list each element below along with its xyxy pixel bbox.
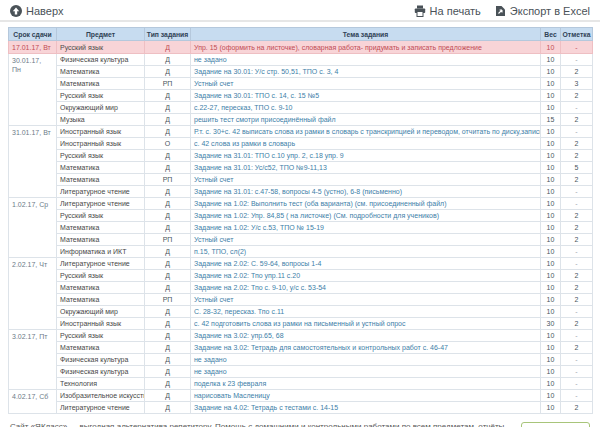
weight-cell: 10 xyxy=(541,390,561,402)
mark-cell: - xyxy=(561,41,593,54)
subject-cell: Русский язык xyxy=(57,210,145,222)
weight-cell: 10 xyxy=(541,366,561,378)
task-topic-link[interactable]: не задано xyxy=(191,366,541,378)
table-row: Физическая культураДне задано10- xyxy=(9,366,593,378)
table-row: МатематикаДЗадание на 2.02: Тпо с. 9-10,… xyxy=(9,282,593,294)
task-topic-link[interactable]: Задание на 31.01: Ус/с52, ТПО №9-11,13 xyxy=(191,162,541,174)
subject-cell: Русский язык xyxy=(57,270,145,282)
task-type-cell: Д xyxy=(145,222,191,234)
task-type-cell: РП xyxy=(145,174,191,186)
task-type-cell: О xyxy=(145,138,191,150)
weight-cell: 10 xyxy=(541,294,561,306)
task-type-cell: Д xyxy=(145,162,191,174)
subject-cell: Физическая культура xyxy=(57,54,145,66)
task-topic-link[interactable]: нарисовать Масленицу xyxy=(191,390,541,402)
task-type-cell: Д xyxy=(145,402,191,414)
weight-cell: 10 xyxy=(541,162,561,174)
col-header-task-type: Тип задания xyxy=(145,28,191,41)
mark-cell: 5 xyxy=(561,162,593,174)
task-topic-link[interactable]: Задание на 31.01: ТПО с.10 упр. 2, с.18 … xyxy=(191,150,541,162)
task-topic-link[interactable]: не задано xyxy=(191,54,541,66)
mark-cell: 2 xyxy=(561,150,593,162)
task-topic-link[interactable]: Задание на 1.02: Упр. 84,85 ( на листочк… xyxy=(191,210,541,222)
mark-cell: 2 xyxy=(561,66,593,78)
table-row: МатематикаРПУстный счет102 xyxy=(9,294,593,306)
subject-cell: Математика xyxy=(57,294,145,306)
task-topic-link[interactable]: поделка к 23 февраля xyxy=(191,378,541,390)
subject-cell: Литературное чтение xyxy=(57,402,145,414)
table-row: 3.02.17, ПтРусский языкДЗадание на 3.02:… xyxy=(9,330,593,342)
task-type-cell: Д xyxy=(145,390,191,402)
subject-cell: Иностранный язык xyxy=(57,318,145,330)
table-row: 17.01.17, ВтРусский языкДУпр. 15 (оформи… xyxy=(9,41,593,54)
subject-cell: Русский язык xyxy=(57,330,145,342)
weight-cell: 10 xyxy=(541,342,561,354)
task-topic-link[interactable]: Задание на 2.02: С. 59-64, вопросы 1-4 xyxy=(191,258,541,270)
mark-cell: 2 xyxy=(561,282,593,294)
mark-cell: - xyxy=(561,54,593,66)
mark-cell: - xyxy=(561,126,593,138)
subject-cell: Физическая культура xyxy=(57,366,145,378)
task-topic-link[interactable]: с. 42 слова из рамки в словарь xyxy=(191,138,541,150)
subject-cell: Русский язык xyxy=(57,150,145,162)
table-row: МатематикаДЗадание на 3.02: Тетрадь для … xyxy=(9,342,593,354)
task-topic-link[interactable]: Задание на 30.01: ТПО с. 14, с. 15 №5 xyxy=(191,90,541,102)
task-topic-link[interactable]: не задано xyxy=(191,354,541,366)
task-topic-link[interactable]: С. 28-32, пересказ. Тпо с.11 xyxy=(191,306,541,318)
task-topic-link[interactable]: с.22-27, пересказ, ТПО с. 9-10 xyxy=(191,102,541,114)
task-topic-link[interactable]: Задание на 30.01: У/с стр. 50,51, ТПО с.… xyxy=(191,66,541,78)
task-topic-link[interactable]: Упр. 15 (оформить на листочке), словарна… xyxy=(191,41,541,54)
task-topic-link[interactable]: п.15, ТПО, сл(2) xyxy=(191,246,541,258)
subject-cell: Русский язык xyxy=(57,41,145,54)
task-topic-link[interactable]: Устный счет xyxy=(191,78,541,90)
due-date-cell: 17.01.17, Вт xyxy=(9,41,57,54)
export-excel-label: Экспорт в Excel xyxy=(510,5,590,17)
subject-cell: Литературное чтение xyxy=(57,258,145,270)
table-row: МатематикаРПУстный счет103 xyxy=(9,78,593,90)
table-row: Физическая культураДне задано10- xyxy=(9,354,593,366)
weight-cell: 10 xyxy=(541,330,561,342)
printer-icon xyxy=(414,5,426,17)
subject-cell: Математика xyxy=(57,342,145,354)
task-topic-link[interactable]: Задание на 2.02: Тпо упр.11 с.20 xyxy=(191,270,541,282)
homework-table: Срок сдачи Предмет Тип задания Тема зада… xyxy=(8,27,593,414)
task-type-cell: Д xyxy=(145,354,191,366)
task-topic-link[interactable]: Задание на 3.02: упр.65, 68 xyxy=(191,330,541,342)
mark-cell: - xyxy=(561,198,593,210)
col-header-weight: Вес xyxy=(541,28,561,41)
mark-cell: - xyxy=(561,390,593,402)
task-topic-link[interactable]: Задание на 4.02: Тетрадь с тестами с. 14… xyxy=(191,402,541,414)
task-topic-link[interactable]: Задание на 1.02: Выполнить тест (оба вар… xyxy=(191,198,541,210)
task-type-cell: Д xyxy=(145,366,191,378)
task-type-cell: Д xyxy=(145,150,191,162)
subject-cell: Литературное чтение xyxy=(57,198,145,210)
task-topic-link[interactable]: Р.т. с. 30+с. 42 выписать слова из рамки… xyxy=(191,126,541,138)
task-type-cell: Д xyxy=(145,342,191,354)
print-link[interactable]: На печать xyxy=(414,5,481,17)
task-topic-link[interactable]: с. 42 подготовить слова из рамки на пись… xyxy=(191,318,541,330)
task-topic-link[interactable]: Устный счет xyxy=(191,234,541,246)
table-row: Литературное чтениеДЗадание на 31.01: с.… xyxy=(9,186,593,198)
task-topic-link[interactable]: Задание на 1.02: У/с с.53, ТПО № 15-19 xyxy=(191,222,541,234)
subject-cell: Информатика и ИКТ xyxy=(57,246,145,258)
weight-cell: 10 xyxy=(541,210,561,222)
task-topic-link[interactable]: Устный счет xyxy=(191,294,541,306)
mark-cell: - xyxy=(561,354,593,366)
task-topic-link[interactable]: Задание на 31.01: с.47-58, вопросы 4-5 (… xyxy=(191,186,541,198)
weight-cell: 10 xyxy=(541,78,561,90)
task-topic-link[interactable]: Задание на 3.02: Тетрадь для самостоятел… xyxy=(191,342,541,354)
export-excel-link[interactable]: Экспорт в Excel xyxy=(495,5,590,17)
task-type-cell: РП xyxy=(145,234,191,246)
due-date-cell: 3.02.17, Пт xyxy=(9,330,57,390)
back-to-top-link[interactable]: Наверх xyxy=(10,5,63,17)
table-row: 31.01.17, ВтИностранный языкДР.т. с. 30+… xyxy=(9,126,593,138)
table-row: МатематикаРПУстный счет102 xyxy=(9,234,593,246)
table-header-row: Срок сдачи Предмет Тип задания Тема зада… xyxy=(9,28,593,41)
mark-cell: - xyxy=(561,186,593,198)
mark-cell: - xyxy=(561,378,593,390)
task-topic-link[interactable]: Устный счет xyxy=(191,174,541,186)
yaklass-logo[interactable]: ЯКласс xyxy=(521,422,590,427)
weight-cell: 10 xyxy=(541,66,561,78)
task-topic-link[interactable]: Задание на 2.02: Тпо с. 9-10, у/с с. 53-… xyxy=(191,282,541,294)
task-topic-link[interactable]: решить тест смотри присоединённый файл xyxy=(191,114,541,126)
